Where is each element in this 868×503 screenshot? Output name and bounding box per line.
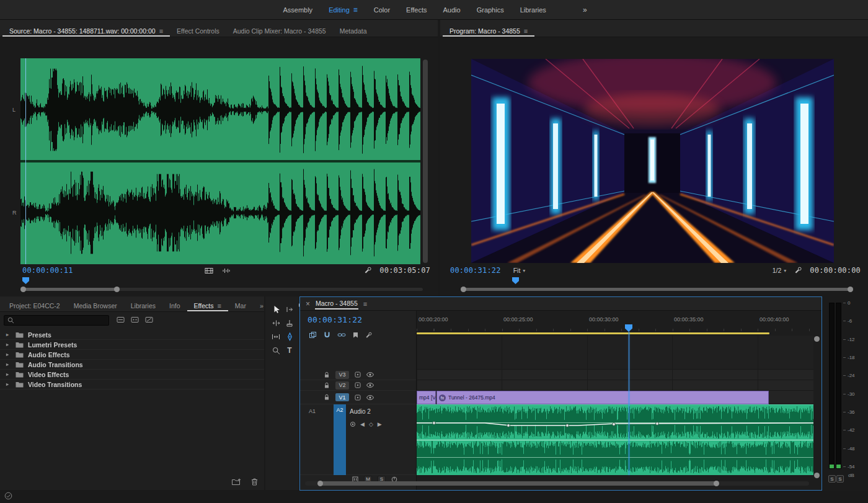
previous-keyframe-button[interactable]: ◀: [360, 421, 365, 427]
track-select-forward-tool[interactable]: [284, 304, 295, 315]
slip-tool[interactable]: [270, 331, 281, 342]
tab-info[interactable]: Info: [162, 296, 187, 311]
zoom-tool[interactable]: [270, 345, 281, 356]
panel-menu-icon[interactable]: ≡: [217, 302, 221, 309]
track-target-v2[interactable]: V2: [335, 381, 349, 389]
timeline-tab-label[interactable]: Macro - 34855: [315, 298, 358, 309]
track-lock-icon[interactable]: [324, 382, 330, 389]
program-mini-playhead[interactable]: [512, 277, 519, 284]
audio-track-target-a2[interactable]: A2: [334, 404, 346, 475]
razor-tool[interactable]: [284, 318, 295, 329]
add-keyframe-button[interactable]: ◇: [369, 421, 373, 427]
playback-resolution-select[interactable]: 1/2 ▾: [773, 267, 787, 274]
source-playhead-line[interactable]: [25, 58, 26, 264]
track-header-v1[interactable]: V1: [300, 391, 416, 404]
scrollbar-handle[interactable]: [20, 288, 120, 291]
workspace-tab-libraries[interactable]: Libraries: [512, 4, 554, 16]
next-keyframe-button[interactable]: ▶: [378, 421, 382, 427]
panel-menu-icon[interactable]: ≡: [363, 300, 367, 308]
program-zoom-scrollbar[interactable]: [461, 287, 853, 292]
scrollbar-right-dot[interactable]: [848, 287, 853, 292]
source-vertical-scrollbar[interactable]: [423, 60, 428, 263]
tab-metadata[interactable]: Metadata: [333, 20, 374, 37]
tab-source[interactable]: Source: Macro - 34855: 1488711.wav: 00:0…: [2, 20, 170, 37]
timeline-horizontal-scrollbar[interactable]: [305, 481, 809, 486]
track-header-v2[interactable]: V2: [300, 380, 416, 391]
sync-status-icon[interactable]: [4, 492, 12, 500]
bin-row-presets[interactable]: ▸ Presets: [0, 330, 264, 340]
track-header-a2[interactable]: A1 A2 Audio 2 ◀ ◇ ▶: [300, 404, 416, 475]
source-current-timecode[interactable]: 00:00:00:11: [22, 266, 73, 275]
chevron-right-icon[interactable]: ▸: [6, 381, 11, 387]
settings-wrench-icon[interactable]: [792, 265, 804, 276]
tab-markers-truncated[interactable]: Mar: [228, 296, 253, 311]
vertical-scroll-bottom-dot[interactable]: [814, 473, 820, 478]
yuv-effects-icon[interactable]: [145, 316, 153, 323]
tab-media-browser[interactable]: Media Browser: [67, 296, 124, 311]
track-visibility-eye-icon[interactable]: [366, 383, 374, 388]
source-mini-timeline[interactable]: [0, 277, 438, 285]
chevron-right-icon[interactable]: ▸: [6, 362, 11, 367]
tab-audio-clip-mixer[interactable]: Audio Clip Mixer: Macro - 34855: [226, 20, 333, 37]
workspace-tab-editing[interactable]: Editing ≡: [321, 3, 366, 17]
sync-lock-icon[interactable]: [355, 372, 361, 378]
drag-audio-icon[interactable]: [221, 265, 232, 276]
scrollbar-left-dot[interactable]: [317, 481, 323, 486]
keyframe-toggle-icon[interactable]: [350, 421, 356, 427]
workspace-menu-icon[interactable]: ≡: [353, 6, 358, 14]
sync-lock-icon[interactable]: [355, 382, 361, 388]
search-input[interactable]: [17, 317, 105, 324]
track-header-v3[interactable]: V3: [300, 370, 416, 380]
panel-menu-icon[interactable]: ≡: [159, 27, 163, 35]
workspace-tab-audio[interactable]: Audio: [435, 4, 469, 16]
track-target-v1[interactable]: V1: [335, 393, 349, 401]
audio-source-patch-a1[interactable]: A1: [309, 408, 316, 414]
linked-selection-icon[interactable]: [337, 332, 346, 338]
scrollbar-left-dot[interactable]: [461, 287, 466, 292]
timeline-ruler[interactable]: 00:00:20:00 00:00:25:00 00:00:30:00 00:0…: [417, 316, 813, 332]
drag-video-icon[interactable]: [203, 265, 215, 276]
track-lock-icon[interactable]: [324, 394, 330, 401]
tab-project[interactable]: Project: E04CC-2: [2, 296, 67, 311]
bin-row-audio-transitions[interactable]: ▸ Audio Transitions: [0, 360, 264, 370]
add-marker-icon[interactable]: [353, 332, 358, 339]
new-bin-button[interactable]: [232, 478, 241, 486]
tab-effects[interactable]: Effects ≡: [187, 296, 228, 311]
timeline-current-timecode[interactable]: 00:00:31:22: [308, 315, 362, 324]
ripple-edit-tool[interactable]: [270, 318, 281, 329]
track-visibility-eye-icon[interactable]: [366, 372, 374, 377]
bin-row-video-effects[interactable]: ▸ Video Effects: [0, 370, 264, 380]
32bit-effects-icon[interactable]: [131, 316, 139, 323]
solo-right-button[interactable]: S: [836, 475, 844, 483]
delete-bin-button[interactable]: [251, 478, 258, 486]
chevron-right-icon[interactable]: ▸: [6, 342, 11, 347]
program-mini-timeline[interactable]: [440, 277, 868, 285]
tab-effect-controls[interactable]: Effect Controls: [170, 20, 226, 37]
scrollbar-right-dot[interactable]: [114, 287, 120, 292]
tab-libraries[interactable]: Libraries: [124, 296, 162, 311]
work-area-bar[interactable]: [417, 332, 769, 334]
workspace-tab-effects[interactable]: Effects: [398, 4, 435, 16]
scrollbar-left-dot[interactable]: [20, 287, 26, 292]
workspace-overflow-chevron[interactable]: »: [577, 3, 593, 17]
selection-tool[interactable]: [270, 304, 281, 315]
bin-row-lumetri-presets[interactable]: ▸ Lumetri Presets: [0, 340, 264, 350]
bin-row-video-transitions[interactable]: ▸ Video Transitions: [0, 380, 264, 389]
video-clip-tunnel[interactable]: fx Tunnel - 26475.mp4: [436, 391, 769, 404]
track-lock-icon[interactable]: [324, 372, 330, 378]
solo-left-button[interactable]: S: [828, 475, 836, 483]
close-icon[interactable]: ×: [306, 300, 310, 308]
effects-search-box[interactable]: [4, 315, 109, 326]
accelerated-effects-icon[interactable]: [117, 316, 125, 323]
scrollbar-handle[interactable]: [319, 481, 718, 486]
playhead-line[interactable]: [629, 332, 629, 475]
audio-track-name[interactable]: Audio 2: [350, 408, 371, 415]
source-zoom-scrollbar[interactable]: [20, 287, 423, 292]
tab-program[interactable]: Program: Macro - 34855 ≡: [443, 20, 534, 37]
workspace-tab-color[interactable]: Color: [366, 4, 398, 16]
audio-clip[interactable]: [417, 404, 813, 475]
workspace-tab-assembly[interactable]: Assembly: [275, 4, 321, 16]
chevron-right-icon[interactable]: ▸: [6, 352, 11, 357]
zoom-level-select[interactable]: Fit ▾: [513, 267, 526, 274]
nest-toggle-icon[interactable]: [309, 331, 317, 339]
